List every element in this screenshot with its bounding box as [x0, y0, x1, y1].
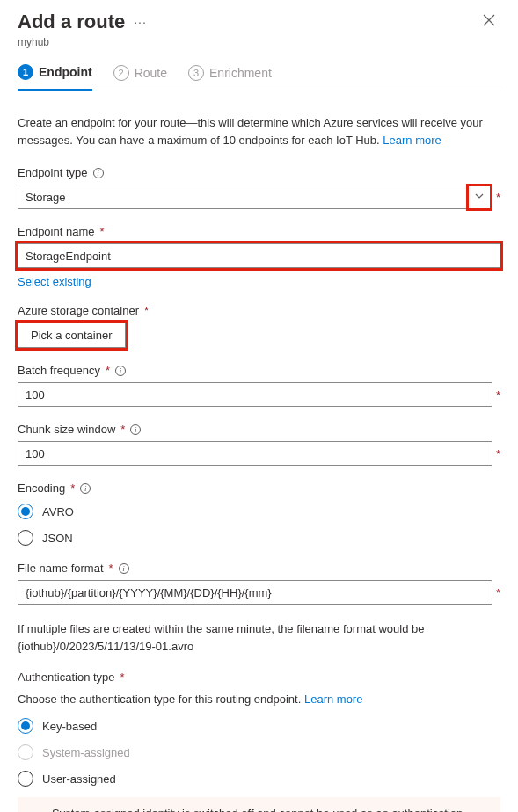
- endpoint-name-input[interactable]: StorageEndpoint: [18, 243, 500, 268]
- chevron-down-icon: [474, 191, 485, 201]
- file-format-note: If multiple files are created within the…: [18, 620, 500, 655]
- tab-label: Enrichment: [209, 66, 272, 80]
- auth-option-system-assigned: System-assigned: [18, 744, 500, 760]
- chunk-size-label: Chunk size window: [18, 423, 115, 436]
- tab-step-number: 2: [113, 65, 129, 81]
- warning-banner: ! System-assigned identity is switched o…: [18, 797, 500, 812]
- endpoint-name-label: Endpoint name: [18, 225, 94, 238]
- panel-title: Add a route: [18, 11, 125, 33]
- encoding-option-json[interactable]: JSON: [18, 530, 500, 546]
- encoding-label: Encoding: [18, 482, 65, 495]
- close-button[interactable]: [478, 9, 500, 34]
- panel-subtitle: myhub: [18, 36, 500, 48]
- learn-more-link[interactable]: Learn more: [383, 134, 441, 147]
- radio-icon: [18, 530, 33, 546]
- endpoint-type-label: Endpoint type: [18, 166, 88, 179]
- intro-text: Create an endpoint for your route—this w…: [18, 114, 500, 149]
- required-marker: *: [496, 191, 500, 204]
- file-format-label: File name format: [18, 562, 104, 575]
- tab-label: Route: [135, 66, 167, 80]
- auth-learn-more-link[interactable]: Learn more: [304, 692, 362, 706]
- encoding-avro-label: AVRO: [42, 505, 74, 518]
- batch-frequency-label: Batch frequency: [18, 364, 100, 377]
- tab-endpoint[interactable]: 1 Endpoint: [18, 64, 92, 91]
- required-marker: *: [496, 447, 500, 460]
- batch-frequency-input[interactable]: 100: [18, 382, 492, 407]
- tab-enrichment[interactable]: 3 Enrichment: [188, 64, 272, 91]
- info-icon[interactable]: i: [119, 563, 129, 574]
- file-format-input[interactable]: {iothub}/{partition}/{YYYY}/{MM}/{DD}/{H…: [18, 580, 492, 605]
- required-marker: *: [496, 586, 500, 599]
- more-menu[interactable]: ···: [134, 15, 147, 29]
- required-marker: *: [144, 304, 149, 317]
- close-icon: [483, 14, 495, 26]
- auth-option-key-based[interactable]: Key-based: [18, 718, 500, 734]
- file-format-value: {iothub}/{partition}/{YYYY}/{MM}/{DD}/{H…: [26, 586, 485, 599]
- wizard-tabs: 1 Endpoint 2 Route 3 Enrichment: [18, 64, 500, 91]
- auth-key-label: Key-based: [42, 720, 97, 733]
- info-icon[interactable]: i: [115, 366, 126, 376]
- chunk-size-input[interactable]: 100: [18, 441, 492, 466]
- encoding-option-avro[interactable]: AVRO: [18, 504, 500, 519]
- container-label: Azure storage container: [18, 304, 139, 317]
- warning-text: System-assigned identity is switched off…: [52, 807, 487, 812]
- tab-label: Endpoint: [39, 65, 92, 79]
- tab-route[interactable]: 2 Route: [113, 64, 167, 91]
- required-marker: *: [99, 225, 104, 238]
- required-marker: *: [120, 423, 125, 436]
- info-icon[interactable]: i: [80, 483, 91, 494]
- endpoint-type-select[interactable]: Storage: [18, 185, 492, 209]
- radio-icon: [18, 504, 33, 519]
- required-marker: *: [109, 562, 113, 575]
- select-existing-link[interactable]: Select existing: [18, 275, 91, 288]
- radio-icon: [18, 744, 33, 760]
- endpoint-type-value: Storage: [26, 191, 469, 204]
- radio-icon: [18, 771, 33, 787]
- tab-step-number: 3: [188, 65, 204, 81]
- auth-option-user-assigned[interactable]: User-assigned: [18, 771, 500, 787]
- auth-helper-text: Choose the authentication type for this …: [18, 692, 500, 706]
- required-marker: *: [496, 388, 500, 402]
- auth-system-label: System-assigned: [42, 746, 130, 759]
- batch-frequency-value: 100: [26, 388, 485, 402]
- chunk-size-value: 100: [26, 447, 485, 460]
- auth-type-label: Authentication type: [18, 671, 115, 684]
- auth-user-label: User-assigned: [42, 772, 116, 786]
- required-marker: *: [106, 364, 110, 377]
- pick-container-button[interactable]: Pick a container: [18, 323, 126, 348]
- required-marker: *: [120, 671, 125, 684]
- info-icon[interactable]: i: [93, 168, 104, 178]
- endpoint-name-value: StorageEndpoint: [26, 250, 492, 263]
- encoding-json-label: JSON: [42, 532, 73, 545]
- tab-step-number: 1: [18, 64, 33, 80]
- auth-helper-body: Choose the authentication type for this …: [18, 692, 304, 706]
- required-marker: *: [70, 482, 75, 495]
- radio-icon: [18, 718, 33, 734]
- info-icon[interactable]: i: [130, 424, 141, 435]
